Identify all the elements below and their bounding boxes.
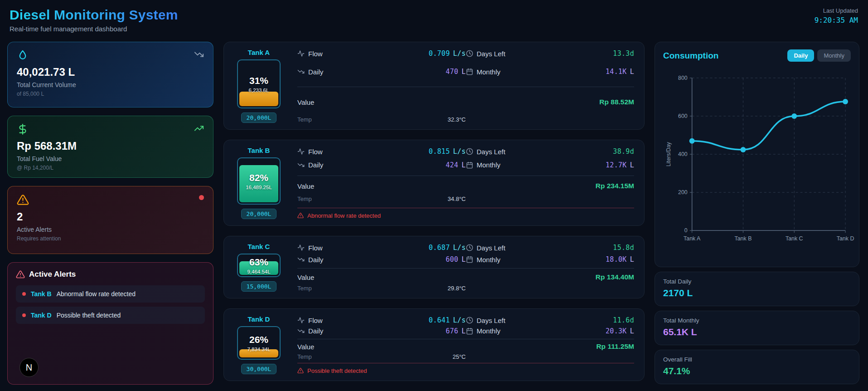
- divider: [297, 339, 634, 339]
- last-updated-label: Last Updated: [815, 7, 858, 14]
- tank-capacity-badge: 20,000L: [241, 112, 277, 123]
- flow-value: 0.815L/s: [429, 147, 466, 156]
- last-updated: Last Updated 9:20:35 AM: [815, 7, 858, 24]
- alert-triangle-icon: [297, 212, 304, 219]
- tanks-column: Tank A 31% 6,233.6L 20,000L Flow 0.709L/…: [223, 42, 645, 381]
- tank-name: Tank B: [248, 147, 270, 154]
- monthly-value: 20.3KL: [606, 327, 634, 335]
- trending-down-icon: [194, 49, 204, 59]
- clock-icon: [466, 317, 473, 324]
- days-left-label: Days Left: [466, 244, 505, 252]
- svg-text:200: 200: [678, 189, 688, 196]
- temp-value: 32.3°C: [448, 116, 466, 123]
- main-content: 40,021.73 L Total Current Volume of 85,0…: [0, 42, 868, 385]
- clock-icon: [466, 50, 473, 57]
- droplet-icon: [17, 49, 29, 61]
- total-monthly-card: Total Monthly 65.1K L: [655, 311, 859, 345]
- total-fuel-value-label: Total Fuel Value: [17, 155, 204, 162]
- monthly-label: Monthly: [466, 161, 501, 169]
- n-logo-badge[interactable]: N: [19, 358, 39, 377]
- daily-toggle-button[interactable]: Daily: [787, 49, 814, 62]
- svg-text:Liters/Day: Liters/Day: [665, 142, 672, 166]
- alert-count-sub: Requires attention: [17, 235, 204, 242]
- daily-label: Daily: [297, 68, 323, 76]
- tank-level-indicator: 31% 6,233.6L: [237, 59, 281, 108]
- alert-dot: [22, 313, 26, 317]
- tank-value: Rp 88.52M: [599, 98, 634, 106]
- temp-value: 34.8°C: [448, 196, 466, 202]
- days-left-value: 13.3d: [613, 49, 634, 58]
- tank-card: Tank D 26% 7,834.34L 30,000L Flow 0.641L…: [223, 308, 645, 381]
- flow-label: Flow: [297, 317, 323, 324]
- total-daily-card: Total Daily 2170 L: [655, 272, 859, 306]
- trending-down-icon: [297, 327, 305, 335]
- days-left-label: Days Left: [466, 317, 505, 324]
- alert-count-label: Active Alerts: [17, 226, 204, 233]
- alerts-list: Tank B Abnormal flow rate detected Tank …: [16, 285, 205, 324]
- tank-name: Tank A: [248, 49, 270, 56]
- temp-value: 25°C: [452, 353, 466, 360]
- active-alerts-panel: Active Alerts Tank B Abnormal flow rate …: [7, 262, 213, 385]
- svg-text:Tank B: Tank B: [734, 235, 752, 242]
- monthly-toggle-button[interactable]: Monthly: [817, 49, 851, 62]
- tank-alert: Possible theft detected: [297, 363, 634, 374]
- tank-name: Tank D: [248, 315, 270, 323]
- tank-capacity-badge: 15,000L: [241, 281, 277, 292]
- alert-tank-name: Tank B: [31, 290, 52, 298]
- activity-icon: [297, 50, 305, 57]
- flow-label: Flow: [297, 50, 323, 58]
- total-monthly-label: Total Monthly: [663, 317, 851, 324]
- svg-text:400: 400: [678, 151, 688, 157]
- last-updated-time: 9:20:35 AM: [815, 16, 858, 24]
- tank-level-indicator: 26% 7,834.34L: [237, 326, 281, 360]
- flow-value: 0.709L/s: [429, 49, 466, 58]
- consumption-chart-card: Consumption Daily Monthly 0200400600800T…: [655, 42, 859, 267]
- trending-up-icon: [194, 123, 204, 133]
- tank-card: Tank C 63% 9,464.54L 15,000L Flow 0.687L…: [223, 236, 645, 298]
- total-volume-capacity: of 85,000 L: [17, 91, 204, 97]
- svg-text:600: 600: [678, 113, 688, 119]
- overall-fill-card: Overall Fill 47.1%: [655, 350, 859, 384]
- total-fuel-value: Rp 568.31M: [17, 140, 204, 152]
- tank-level-indicator: 82% 16,489.25L: [237, 157, 281, 205]
- total-volume-card: 40,021.73 L Total Current Volume of 85,0…: [7, 42, 213, 108]
- consumption-chart: 0200400600800Tank ATank BTank CTank DLit…: [663, 66, 851, 259]
- total-volume-label: Total Current Volume: [17, 81, 204, 88]
- divider: [297, 87, 634, 87]
- alert-message: Abnormal flow rate detected: [57, 290, 136, 298]
- tank-value: Rp 134.40M: [596, 273, 634, 281]
- dollar-icon: [17, 123, 29, 135]
- tank-card: Tank A 31% 6,233.6L 20,000L Flow 0.709L/…: [223, 42, 645, 130]
- trending-down-icon: [297, 68, 305, 75]
- stats-column: 40,021.73 L Total Current Volume of 85,0…: [7, 42, 213, 385]
- temp-value: 29.8°C: [448, 285, 466, 292]
- days-left-value: 11.6d: [613, 316, 634, 324]
- flow-label: Flow: [297, 244, 323, 252]
- days-left-label: Days Left: [466, 50, 505, 58]
- svg-text:0: 0: [684, 227, 688, 234]
- svg-text:Tank A: Tank A: [684, 235, 701, 242]
- calendar-icon: [466, 256, 473, 263]
- value-label: Value: [297, 274, 314, 281]
- days-left-value: 15.8d: [613, 244, 634, 252]
- tank-alert: Abnormal flow rate detected: [297, 208, 634, 219]
- alert-message: Possible theft detected: [57, 312, 121, 319]
- temp-label: Temp: [297, 116, 312, 123]
- daily-value: 676L: [446, 327, 466, 335]
- consumption-title: Consumption: [663, 51, 718, 61]
- daily-value: 600L: [446, 255, 466, 264]
- trending-down-icon: [297, 161, 305, 169]
- value-label: Value: [297, 343, 314, 351]
- tank-percent: 82%: [249, 172, 268, 183]
- tank-name: Tank C: [248, 243, 270, 250]
- value-label: Value: [297, 182, 314, 190]
- temp-label: Temp: [297, 285, 312, 292]
- tank-volume: 7,834.34L: [247, 347, 270, 352]
- activity-icon: [297, 244, 305, 251]
- flow-label: Flow: [297, 148, 323, 156]
- tank-card: Tank B 82% 16,489.25L 20,000L Flow 0.815…: [223, 140, 645, 226]
- tank-value: Rp 234.15M: [596, 182, 634, 190]
- alert-list-item: Tank B Abnormal flow rate detected: [16, 285, 205, 303]
- tank-percent: 63%: [249, 257, 268, 268]
- tank-volume: 9,464.54L: [247, 269, 270, 274]
